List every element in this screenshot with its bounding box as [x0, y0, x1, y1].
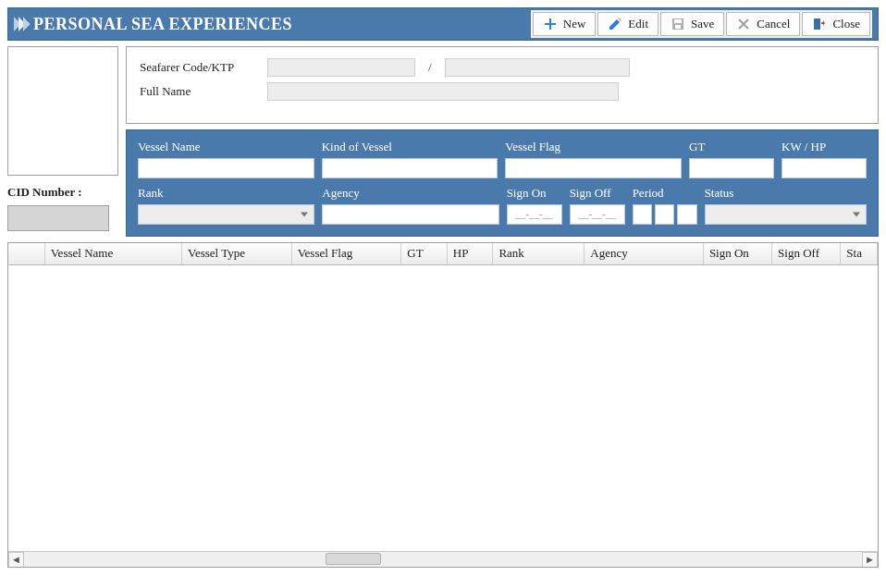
- period-y-input[interactable]: [633, 204, 652, 225]
- grid-header-row: Vessel NameVessel TypeVessel FlagGTHPRan…: [8, 243, 878, 265]
- status-combo[interactable]: [705, 204, 867, 225]
- plus-icon: [543, 17, 558, 31]
- new-button[interactable]: New: [533, 12, 597, 36]
- rank-label: Rank: [138, 186, 314, 201]
- seafarer-code-row: Seafarer Code/KTP /: [140, 58, 865, 77]
- grid-col-sign_off[interactable]: Sign Off: [772, 243, 841, 264]
- cid-field[interactable]: [7, 205, 109, 231]
- toolbar: New Edit Save Cancel Close: [531, 10, 872, 38]
- cid-label: CID Number :: [7, 185, 118, 200]
- grid-h-scrollbar[interactable]: ◄ ►: [8, 551, 878, 567]
- sign-on-label: Sign On: [507, 186, 562, 201]
- status-label: Status: [705, 186, 867, 201]
- grid-col-selector[interactable]: [8, 243, 45, 264]
- scroll-track[interactable]: [24, 552, 862, 567]
- page-title: PERSONAL SEA EXPERIENCES: [33, 15, 292, 34]
- scroll-left-icon[interactable]: ◄: [8, 552, 24, 568]
- new-button-label: New: [563, 17, 586, 31]
- title-bar: PERSONAL SEA EXPERIENCES New Edit Save C…: [7, 7, 879, 41]
- sign-on-input[interactable]: __-__-__: [507, 204, 562, 225]
- vessel-flag-input[interactable]: [505, 158, 682, 178]
- seafarer-code-field: [267, 58, 415, 77]
- grid-col-hp[interactable]: HP: [448, 243, 494, 264]
- title-bar-left: PERSONAL SEA EXPERIENCES: [14, 15, 292, 34]
- grid-col-status[interactable]: Sta: [841, 243, 878, 264]
- chevrons-icon: [14, 17, 28, 31]
- grid-col-rank[interactable]: Rank: [493, 243, 585, 264]
- seafarer-panel: Seafarer Code/KTP / Full Name: [126, 46, 879, 124]
- code-separator: /: [423, 60, 437, 75]
- vessel-row-1: Vessel Name Kind of Vessel Vessel Flag G…: [138, 140, 867, 178]
- period-d-input[interactable]: [677, 204, 696, 225]
- agency-label: Agency: [322, 186, 498, 201]
- period-m-input[interactable]: [655, 204, 674, 225]
- vessel-name-label: Vessel Name: [138, 140, 314, 154]
- scroll-thumb[interactable]: [326, 553, 381, 565]
- save-button-label: Save: [691, 17, 714, 31]
- edit-button-label: Edit: [628, 17, 648, 31]
- cancel-button-label: Cancel: [757, 17, 790, 31]
- close-button-label: Close: [832, 17, 860, 31]
- grid-col-vessel_name[interactable]: Vessel Name: [45, 243, 182, 264]
- floppy-icon: [671, 17, 685, 31]
- svg-rect-3: [814, 18, 820, 30]
- fullname-row: Full Name: [140, 82, 865, 101]
- left-column: CID Number :: [7, 46, 118, 237]
- experiences-grid[interactable]: Vessel NameVessel TypeVessel FlagGTHPRan…: [7, 242, 879, 568]
- pencil-icon: [608, 17, 622, 31]
- grid-col-sign_on[interactable]: Sign On: [704, 243, 772, 264]
- cancel-button[interactable]: Cancel: [726, 12, 800, 36]
- gt-label: GT: [689, 140, 774, 154]
- kind-of-vessel-input[interactable]: [322, 158, 498, 178]
- rank-combo[interactable]: [138, 204, 314, 225]
- svg-rect-2: [675, 25, 681, 29]
- grid-col-vessel_flag[interactable]: Vessel Flag: [292, 243, 402, 264]
- gt-input[interactable]: [689, 158, 774, 178]
- fullname-field: [267, 82, 619, 101]
- vessel-row-2: Rank Agency Sign On __-__-__ Sign Off __…: [138, 186, 867, 225]
- photo-placeholder: [7, 46, 118, 176]
- sign-off-label: Sign Off: [570, 186, 625, 201]
- svg-rect-1: [674, 19, 682, 23]
- kind-of-vessel-label: Kind of Vessel: [322, 140, 498, 154]
- kw-hp-label: KW / HP: [781, 140, 867, 154]
- grid-col-gt[interactable]: GT: [401, 243, 448, 264]
- agency-input[interactable]: [322, 204, 498, 225]
- save-button[interactable]: Save: [660, 12, 724, 36]
- vessel-flag-label: Vessel Flag: [505, 140, 682, 154]
- grid-col-vessel_type[interactable]: Vessel Type: [182, 243, 292, 264]
- close-button[interactable]: Close: [802, 12, 870, 36]
- door-exit-icon: [812, 17, 827, 31]
- fullname-label: Full Name: [140, 84, 260, 99]
- grid-col-agency[interactable]: Agency: [585, 243, 704, 264]
- cancel-icon: [736, 17, 751, 31]
- vessel-panel: Vessel Name Kind of Vessel Vessel Flag G…: [126, 129, 879, 237]
- vessel-name-input[interactable]: [138, 158, 314, 178]
- period-fields: [633, 204, 697, 225]
- edit-button[interactable]: Edit: [597, 12, 658, 36]
- right-column: Seafarer Code/KTP / Full Name Vessel Nam…: [126, 46, 879, 237]
- body-row: CID Number : Seafarer Code/KTP / Full Na…: [7, 46, 879, 237]
- period-label: Period: [633, 186, 697, 201]
- kw-hp-input[interactable]: [781, 158, 867, 178]
- sign-off-input[interactable]: __-__-__: [570, 204, 625, 225]
- scroll-right-icon[interactable]: ►: [862, 552, 878, 568]
- seafarer-ktp-field: [445, 58, 630, 77]
- seafarer-code-label: Seafarer Code/KTP: [140, 60, 260, 75]
